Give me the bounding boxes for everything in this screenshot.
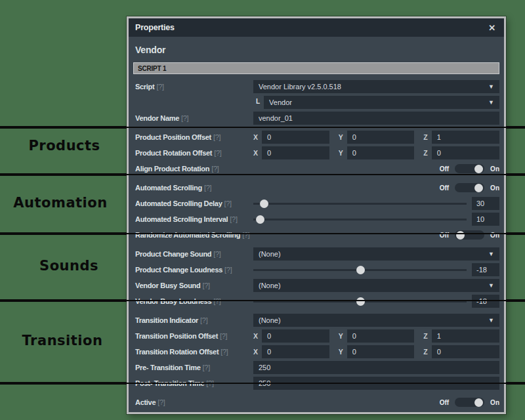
transition-position-offset-x-input[interactable] <box>262 329 329 343</box>
automated-scrolling-delay-slider[interactable] <box>253 203 467 205</box>
row-align-product-rotation: Align Product Rotation[?]OffOn <box>133 162 499 175</box>
help-icon: [?] <box>181 114 188 122</box>
script-tab[interactable]: SCRIPT 1 <box>133 62 499 74</box>
transition-position-offset-y-input[interactable] <box>347 329 415 343</box>
vendor-busy-loudness-value-input[interactable] <box>472 295 499 308</box>
row-control: (None)▼ <box>253 247 499 261</box>
automated-scrolling-delay-value-input[interactable] <box>472 197 499 210</box>
axis-label-y: Y <box>339 149 343 157</box>
axis-label-y: Y <box>339 348 343 356</box>
transition-position-offset-x-group: X <box>253 329 329 343</box>
align-product-rotation-toggle[interactable] <box>455 164 484 173</box>
vendor-busy-sound-dropdown[interactable]: (None)▼ <box>253 279 499 292</box>
pre-transition-time-input[interactable] <box>253 361 499 374</box>
field-label: Vendor Busy Loudness <box>135 297 211 305</box>
transition-rotation-offset-x-input[interactable] <box>262 345 329 358</box>
automated-scrolling-interval-slider[interactable] <box>253 219 467 220</box>
transition-rotation-offset-y-input[interactable] <box>347 345 415 358</box>
row-transition-indicator: Transition Indicator[?](None)▼ <box>133 314 499 327</box>
titlebar[interactable]: Properties ✕ <box>129 18 504 37</box>
help-icon: [?] <box>203 364 210 371</box>
row-label: Automated Scrolling[?] <box>133 184 253 192</box>
field-label: Product Rotation Offset <box>135 149 212 157</box>
product-rotation-offset-z-input[interactable] <box>432 146 499 159</box>
product-position-offset-y-input[interactable] <box>347 131 415 144</box>
transition-position-offset-z-input[interactable] <box>432 329 499 343</box>
chevron-down-icon: ▼ <box>488 282 494 289</box>
row-control <box>253 263 499 276</box>
automated-scrolling-interval-value-input[interactable] <box>472 213 499 226</box>
product-position-offset-x-input[interactable] <box>262 131 329 144</box>
slider-knob[interactable] <box>356 266 365 274</box>
row-product-change-sound: Product Change Sound[?](None)▼ <box>133 247 499 261</box>
axis-label-z: Z <box>423 149 427 157</box>
script-dropdown[interactable]: Vendor Library v2.5.0.518▼ <box>253 80 499 93</box>
row-automated-scrolling: Automated Scrolling[?]OffOn <box>133 181 499 194</box>
slider-knob[interactable] <box>256 215 264 224</box>
row-control: LVendor▼ <box>253 96 499 109</box>
active-toggle[interactable] <box>455 398 484 407</box>
toggle-on-label: On <box>490 165 499 173</box>
field-label: Vendor Name <box>135 114 179 122</box>
row-control <box>253 295 499 308</box>
annotation-label-automation: Automation <box>13 195 107 211</box>
row-randomize-automated-scrolling: Randomize Automated Scrolling[?]OffOn <box>133 228 499 242</box>
row-label: Product Change Loudness[?] <box>133 266 253 274</box>
slider-knob[interactable] <box>356 297 365 306</box>
annotation-label-transition: Transition <box>22 333 103 348</box>
row-product-change-loudness: Product Change Loudness[?] <box>133 263 499 276</box>
row-product-rotation-offset: Product Rotation Offset[?]XYZ <box>133 146 499 159</box>
row-control <box>253 112 499 125</box>
product-change-loudness-value-input[interactable] <box>472 263 499 276</box>
toggle-knob <box>474 165 483 173</box>
axis-label-x: X <box>253 332 258 340</box>
transition-position-offset-y-group: Y <box>339 329 415 343</box>
product-rotation-offset-y-group: Y <box>339 146 415 159</box>
row-label: Align Product Rotation[?] <box>133 165 253 173</box>
row-product-position-offset: Product Position Offset[?]XYZ <box>133 131 499 144</box>
automated-scrolling-toggle-wrap: OffOn <box>253 183 499 192</box>
toggle-on-label: On <box>490 184 499 192</box>
product-rotation-offset-y-input[interactable] <box>347 146 415 159</box>
script-sub-dropdown[interactable]: Vendor▼ <box>264 96 499 109</box>
field-label: Vendor Busy Sound <box>135 282 200 289</box>
row-label: Pre- Transition Time[?] <box>133 364 253 371</box>
product-change-sound-dropdown[interactable]: (None)▼ <box>253 247 499 261</box>
field-label: Product Position Offset <box>135 133 211 141</box>
product-position-offset-x-group: X <box>253 131 329 144</box>
product-position-offset-z-input[interactable] <box>432 131 499 144</box>
transition-rotation-offset-y-group: Y <box>339 345 415 358</box>
transition-indicator-dropdown[interactable]: (None)▼ <box>253 314 499 327</box>
sub-branch-icon: L <box>256 98 260 105</box>
align-product-rotation-toggle-wrap: OffOn <box>253 164 499 173</box>
field-label: Product Change Loudness <box>135 266 222 274</box>
help-icon: [?] <box>220 348 228 356</box>
randomize-automated-scrolling-toggle[interactable] <box>455 230 484 240</box>
row-control: XYZ <box>253 131 499 144</box>
help-icon: [?] <box>230 215 237 223</box>
row-transition-position-offset: Transition Position Offset[?]XYZ <box>133 329 499 343</box>
automated-scrolling-toggle[interactable] <box>455 183 484 192</box>
chevron-down-icon: ▼ <box>488 251 494 257</box>
slider-knob[interactable] <box>260 200 268 208</box>
transition-rotation-offset-z-input[interactable] <box>432 345 499 358</box>
toggle-knob <box>456 231 465 240</box>
product-rotation-offset-z-group: Z <box>423 146 499 159</box>
row-control: Vendor Library v2.5.0.518▼ <box>253 80 499 93</box>
help-icon: [?] <box>158 398 165 406</box>
window-title: Properties <box>135 23 175 32</box>
product-rotation-offset-x-input[interactable] <box>262 146 329 159</box>
dropdown-value: (None) <box>259 282 484 289</box>
axis-label-x: X <box>253 133 258 141</box>
properties-panel: Properties ✕ Vendor SCRIPT 1 Script[?]Ve… <box>127 16 506 414</box>
row-label: Randomize Automated Scrolling[?] <box>133 231 253 239</box>
row-control: OffOn <box>253 228 499 242</box>
close-icon[interactable]: ✕ <box>486 23 497 33</box>
vendor-name-input[interactable] <box>253 112 499 125</box>
field-label: Script <box>135 83 154 91</box>
row-label: Transition Indicator[?] <box>133 316 253 324</box>
product-change-loudness-slider[interactable] <box>253 269 467 271</box>
chevron-down-icon: ▼ <box>488 83 494 90</box>
chevron-down-icon: ▼ <box>488 99 494 106</box>
axis-label-z: Z <box>423 133 427 141</box>
